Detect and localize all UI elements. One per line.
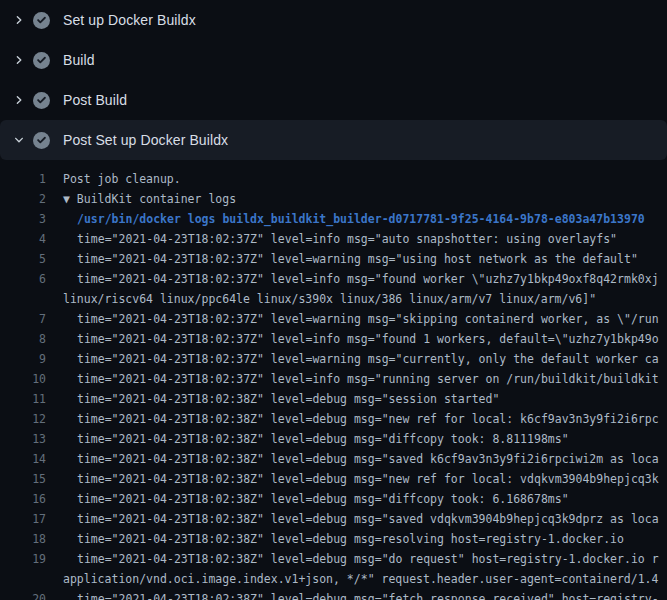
log-text: time="2021-04-23T18:02:37Z" level=info m… xyxy=(46,269,659,289)
log-text: time="2021-04-23T18:02:37Z" level=info m… xyxy=(46,369,659,389)
command-text: /usr/bin/docker logs buildx_buildkit_bui… xyxy=(46,209,645,229)
line-number[interactable]: 14 xyxy=(0,449,46,469)
step-label: Post Set up Docker Buildx xyxy=(63,132,228,148)
line-number[interactable]: 7 xyxy=(0,309,46,329)
log-text: time="2021-04-23T18:02:37Z" level=info m… xyxy=(46,229,617,249)
chevron-down-icon[interactable] xyxy=(10,132,28,148)
step-row-post-build[interactable]: Post Build xyxy=(0,80,667,120)
log-group-toggle[interactable]: 2▼ BuildKit container logs xyxy=(0,189,667,209)
line-number[interactable]: 13 xyxy=(0,429,46,449)
log-text: ▼ BuildKit container logs xyxy=(46,189,236,209)
check-circle-icon xyxy=(33,132,50,149)
log-text: linux/riscv64 linux/ppc64le linux/s390x … xyxy=(46,289,596,309)
log-line: 8time="2021-04-23T18:02:37Z" level=info … xyxy=(0,329,667,349)
line-number[interactable]: 1 xyxy=(0,169,46,189)
line-number[interactable]: 5 xyxy=(0,249,46,269)
step-label: Post Build xyxy=(63,92,127,108)
log-line: 5time="2021-04-23T18:02:37Z" level=warni… xyxy=(0,249,667,269)
log-line: 7time="2021-04-23T18:02:37Z" level=warni… xyxy=(0,309,667,329)
log-text: Post job cleanup. xyxy=(46,169,181,189)
log-text: time="2021-04-23T18:02:38Z" level=debug … xyxy=(46,449,659,469)
line-number[interactable]: 15 xyxy=(0,469,46,489)
log-text: time="2021-04-23T18:02:38Z" level=debug … xyxy=(46,549,659,569)
line-number[interactable]: 8 xyxy=(0,329,46,349)
line-number[interactable]: 20 xyxy=(0,589,46,600)
step-label: Build xyxy=(63,52,95,68)
log-line: 10time="2021-04-23T18:02:37Z" level=info… xyxy=(0,369,667,389)
log-text: time="2021-04-23T18:02:37Z" level=warnin… xyxy=(46,249,638,269)
line-number[interactable]: 2 xyxy=(0,189,46,209)
step-row-set-up-docker-buildx[interactable]: Set up Docker Buildx xyxy=(0,0,667,40)
log-text: time="2021-04-23T18:02:38Z" level=debug … xyxy=(46,589,659,600)
log-text: time="2021-04-23T18:02:37Z" level=info m… xyxy=(46,329,659,349)
log-line: 11time="2021-04-23T18:02:38Z" level=debu… xyxy=(0,389,667,409)
log-line: 6time="2021-04-23T18:02:37Z" level=info … xyxy=(0,269,667,289)
check-circle-icon xyxy=(33,92,50,109)
log-text: time="2021-04-23T18:02:38Z" level=debug … xyxy=(46,429,569,449)
log-text: time="2021-04-23T18:02:38Z" level=debug … xyxy=(46,469,659,489)
log-line: 20time="2021-04-23T18:02:38Z" level=debu… xyxy=(0,589,667,600)
step-row-build[interactable]: Build xyxy=(0,40,667,80)
log-text: time="2021-04-23T18:02:37Z" level=warnin… xyxy=(46,349,659,369)
line-number[interactable]: 18 xyxy=(0,529,46,549)
line-number[interactable]: 19 xyxy=(0,549,46,569)
log-line: 12time="2021-04-23T18:02:38Z" level=debu… xyxy=(0,409,667,429)
log-text: application/vnd.oci.image.index.v1+json,… xyxy=(46,569,658,589)
log-line: 17time="2021-04-23T18:02:38Z" level=debu… xyxy=(0,509,667,529)
chevron-right-icon[interactable] xyxy=(10,52,28,68)
log-text: time="2021-04-23T18:02:38Z" level=debug … xyxy=(46,509,659,529)
log-line: 14time="2021-04-23T18:02:38Z" level=debu… xyxy=(0,449,667,469)
steps-list: Set up Docker BuildxBuildPost BuildPost … xyxy=(0,0,667,160)
line-number[interactable]: 10 xyxy=(0,369,46,389)
log-text: time="2021-04-23T18:02:38Z" level=debug … xyxy=(46,489,569,509)
line-number[interactable]: 17 xyxy=(0,509,46,529)
log-line: application/vnd.oci.image.index.v1+json,… xyxy=(0,569,667,589)
line-number xyxy=(0,289,46,309)
line-number[interactable]: 16 xyxy=(0,489,46,509)
log-line: 3/usr/bin/docker logs buildx_buildkit_bu… xyxy=(0,209,667,229)
log-line: 15time="2021-04-23T18:02:38Z" level=debu… xyxy=(0,469,667,489)
line-number[interactable]: 9 xyxy=(0,349,46,369)
log-line: 4time="2021-04-23T18:02:37Z" level=info … xyxy=(0,229,667,249)
log-text: time="2021-04-23T18:02:37Z" level=warnin… xyxy=(46,309,659,329)
step-label: Set up Docker Buildx xyxy=(63,12,196,28)
log-area: 1Post job cleanup.2▼ BuildKit container … xyxy=(0,160,667,600)
log-line: 16time="2021-04-23T18:02:38Z" level=debu… xyxy=(0,489,667,509)
log-text: time="2021-04-23T18:02:38Z" level=debug … xyxy=(46,389,499,409)
check-circle-icon xyxy=(33,12,50,29)
line-number xyxy=(0,569,46,589)
log-line: linux/riscv64 linux/ppc64le linux/s390x … xyxy=(0,289,667,309)
check-circle-icon xyxy=(33,52,50,69)
log-line: 19time="2021-04-23T18:02:38Z" level=debu… xyxy=(0,549,667,569)
log-text: time="2021-04-23T18:02:38Z" level=debug … xyxy=(46,529,624,549)
log-line: 1Post job cleanup. xyxy=(0,169,667,189)
log-line: 13time="2021-04-23T18:02:38Z" level=debu… xyxy=(0,429,667,449)
line-number[interactable]: 12 xyxy=(0,409,46,429)
line-number[interactable]: 6 xyxy=(0,269,46,289)
step-row-post-set-up-docker-buildx[interactable]: Post Set up Docker Buildx xyxy=(0,120,667,160)
log-text: time="2021-04-23T18:02:38Z" level=debug … xyxy=(46,409,659,429)
line-number[interactable]: 4 xyxy=(0,229,46,249)
line-number[interactable]: 3 xyxy=(0,209,46,229)
log-line: 9time="2021-04-23T18:02:37Z" level=warni… xyxy=(0,349,667,369)
log-line: 18time="2021-04-23T18:02:38Z" level=debu… xyxy=(0,529,667,549)
chevron-right-icon[interactable] xyxy=(10,12,28,28)
chevron-right-icon[interactable] xyxy=(10,92,28,108)
actions-log-viewer: Set up Docker BuildxBuildPost BuildPost … xyxy=(0,0,667,600)
line-number[interactable]: 11 xyxy=(0,389,46,409)
